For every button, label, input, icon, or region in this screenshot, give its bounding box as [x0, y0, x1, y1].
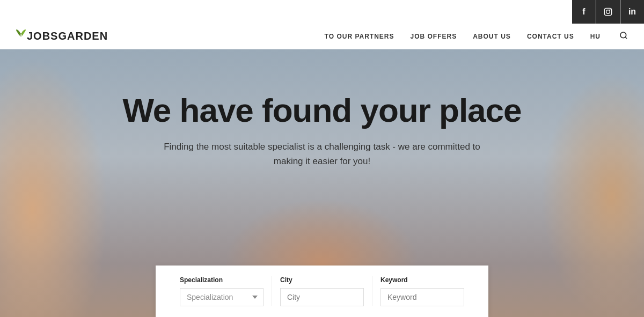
svg-line-4 — [625, 37, 627, 39]
svg-point-2 — [610, 9, 611, 10]
city-label: City — [280, 276, 364, 284]
social-bar: f in — [0, 0, 644, 24]
hero-content: We have found your place Finding the mos… — [0, 49, 644, 190]
nav-about-us[interactable]: ABOUT US — [473, 33, 511, 40]
keyword-label: Keyword — [380, 276, 464, 284]
nav-hu[interactable]: HU — [590, 33, 601, 40]
nav-to-our-partners[interactable]: TO OUR PARTNERS — [325, 33, 394, 40]
specialization-select[interactable]: Specialization — [180, 288, 264, 306]
logo-leaves-icon — [15, 28, 27, 39]
search-form: Specialization Specialization City Keywo… — [156, 266, 488, 317]
facebook-icon[interactable]: f — [572, 0, 596, 24]
search-icon[interactable] — [619, 31, 628, 42]
nav-job-offers[interactable]: JOB OFFERS — [411, 33, 457, 40]
svg-point-1 — [606, 10, 610, 14]
linkedin-icon[interactable]: in — [620, 0, 644, 24]
nav-contact-us[interactable]: CONTACT US — [527, 33, 574, 40]
svg-rect-0 — [604, 8, 611, 15]
city-input[interactable] — [280, 288, 364, 306]
instagram-icon[interactable] — [596, 0, 620, 24]
hero-title: We have found your place — [0, 92, 644, 129]
specialization-field: Specialization Specialization — [172, 276, 272, 306]
logo-text: JOBSGARDEN — [27, 30, 108, 42]
header: JOBSGARDEN TO OUR PARTNERS JOB OFFERS AB… — [0, 24, 644, 49]
logo[interactable]: JOBSGARDEN — [16, 28, 108, 45]
hero-subtitle: Finding the most suitable specialist is … — [161, 139, 483, 168]
keyword-input[interactable] — [380, 288, 464, 306]
main-nav: TO OUR PARTNERS JOB OFFERS ABOUT US CONT… — [325, 31, 628, 42]
svg-point-3 — [620, 32, 626, 38]
specialization-label: Specialization — [180, 276, 264, 284]
city-field: City — [272, 276, 372, 306]
keyword-field: Keyword — [372, 276, 472, 306]
hero-section: We have found your place Finding the mos… — [0, 49, 644, 317]
